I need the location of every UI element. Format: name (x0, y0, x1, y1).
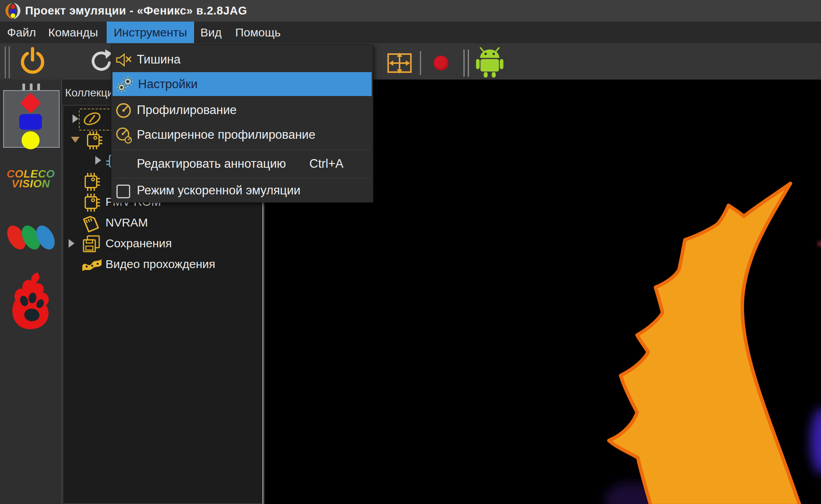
shortcut-label: Ctrl+A (309, 157, 343, 171)
window-title: Проект эмуляции - «Феникс» в.2.8JAG (25, 4, 247, 17)
checkbox-unchecked[interactable] (116, 185, 130, 198)
tree-row-videos[interactable]: Видео прохождения (63, 254, 262, 275)
expand-arrow-icon[interactable] (73, 114, 78, 123)
tree-label: NVRAM (105, 216, 148, 229)
film-icon (81, 257, 103, 273)
toolbar-grip[interactable] (468, 49, 469, 77)
menu-tools[interactable]: Инструменты (107, 22, 194, 43)
tree-label: Видео прохождения (105, 257, 215, 271)
menu-commands[interactable]: Команды (41, 22, 105, 43)
power-button[interactable] (20, 47, 45, 75)
menu-view[interactable]: Вид (193, 22, 229, 43)
sidebar-item-rgb-ovals[interactable] (0, 221, 62, 256)
console-sidebar: COLECO VISION (0, 80, 62, 504)
sd-card-icon (81, 214, 102, 233)
sidebar-item-colecovision[interactable]: COLECO VISION (0, 169, 62, 189)
refresh-button[interactable] (89, 49, 114, 74)
menu-item-advanced-profiling[interactable]: Расширенное профилирование (111, 123, 373, 147)
blue-rect-icon (19, 114, 42, 130)
app-icon (4, 2, 22, 20)
sidebar-item-shapes-console[interactable] (3, 90, 60, 148)
gauge-advanced-icon (115, 127, 132, 143)
tab-collection[interactable]: Коллекци (65, 87, 113, 99)
menu-separator (114, 150, 371, 150)
floppy-stack-icon (81, 234, 102, 254)
toolbar-grip[interactable] (463, 49, 465, 77)
sidebar-item-flame-paw[interactable] (10, 271, 52, 332)
chip-icon (81, 172, 101, 192)
tree-label: Сохранения (105, 237, 172, 250)
collapse-arrow-icon[interactable] (71, 137, 80, 143)
expand-arrow-icon[interactable] (69, 239, 74, 248)
menu-item-settings[interactable]: Настройки (113, 72, 372, 96)
toolbar-grip[interactable] (5, 46, 6, 78)
gears-icon (116, 76, 133, 92)
menu-help[interactable]: Помощь (228, 22, 288, 43)
toolbar-grip[interactable] (9, 46, 10, 78)
coleco-line2: VISION (0, 179, 62, 189)
tools-menu: Тишина Настройки (111, 44, 373, 203)
tree-row-saves[interactable]: Сохранения (63, 233, 262, 254)
menu-separator (114, 178, 371, 178)
menu-file[interactable]: Файл (0, 22, 43, 43)
yellow-circle-icon (22, 131, 40, 149)
disc-icon (81, 110, 103, 128)
muted-speaker-icon (115, 52, 132, 68)
tree-row-nvram[interactable]: NVRAM (63, 212, 262, 233)
menu-bar: Файл Команды Инструменты Вид Помощь (0, 22, 821, 43)
chip-icon (84, 131, 103, 150)
android-button[interactable] (475, 47, 504, 78)
toolbar-separator (420, 51, 421, 75)
chip-icon (81, 193, 101, 212)
menu-item-mute[interactable]: Тишина (111, 48, 373, 71)
fit-screen-button[interactable] (387, 51, 412, 75)
record-button[interactable] (434, 56, 449, 71)
red-diamond-icon (20, 92, 41, 114)
title-bar: Проект эмуляции - «Феникс» в.2.8JAG (0, 0, 821, 22)
gauge-icon (115, 102, 132, 119)
expand-arrow-icon[interactable] (95, 156, 101, 165)
menu-item-profiling[interactable]: Профилирование (111, 98, 373, 122)
menu-item-fast-emulation-mode[interactable]: Режим ускоренной эмуляции (111, 179, 373, 202)
menu-item-edit-annotation[interactable]: Редактировать аннотацию Ctrl+A (111, 152, 373, 176)
